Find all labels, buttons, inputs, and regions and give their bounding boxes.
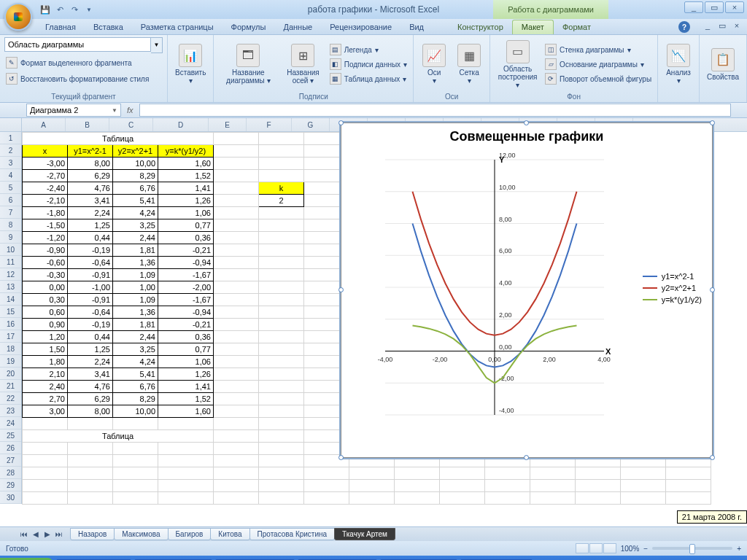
tab-nav-next[interactable]: ▶ (42, 530, 53, 538)
tab-review[interactable]: Рецензирование (321, 20, 400, 34)
zoom-in[interactable]: + (737, 545, 741, 553)
mdi-close[interactable]: × (731, 20, 743, 31)
svg-text:8,00: 8,00 (499, 216, 512, 223)
svg-text:4,00: 4,00 (499, 279, 512, 287)
view-layout[interactable] (589, 543, 603, 553)
tab-nav-first[interactable]: ⏮ (19, 530, 29, 538)
gridlines-button[interactable]: ▦Сетка▾ (453, 42, 485, 86)
sheet-tab[interactable]: Протасова Кристина (249, 528, 336, 540)
plot-area-button[interactable]: ▭Область построения ▾ (495, 39, 541, 90)
chart-wall-button[interactable]: ◫Стенка диаграммы ▾ (543, 43, 653, 56)
chart-title-button[interactable]: 🗔Название диаграммы ▾ (218, 42, 278, 86)
reset-style-button[interactable]: ↺Восстановить форматирование стиля (4, 72, 163, 85)
svg-text:2,00: 2,00 (543, 356, 556, 363)
fx-icon[interactable]: fx (127, 106, 133, 114)
name-box[interactable]: Диаграмма 2▼ (26, 104, 121, 117)
view-normal[interactable] (576, 543, 589, 553)
sheet-tab[interactable]: Максимова (114, 528, 168, 540)
sheet-tab[interactable]: Багиров (168, 528, 212, 540)
svg-text:-4,00: -4,00 (378, 356, 393, 363)
chart-floor-button[interactable]: ▱Основание диаграммы ▾ (543, 58, 653, 71)
select-all-corner[interactable] (0, 118, 22, 132)
svg-text:0,00: 0,00 (499, 343, 512, 351)
sheet-tab[interactable]: Назаров (70, 528, 115, 540)
axis-titles-button[interactable]: ⊞Названия осей ▾ (281, 42, 325, 86)
data-table-button[interactable]: ▦Таблица данных ▾ (328, 72, 409, 85)
chart-title[interactable]: Совмещенные графики (341, 129, 712, 144)
close-button[interactable]: × (725, 1, 744, 13)
mdi-minimize[interactable]: _ (702, 20, 713, 31)
chart-element-selector[interactable] (4, 37, 151, 52)
save-icon[interactable]: 💾 (39, 4, 51, 15)
sheet-tab[interactable]: Ткачук Артем (334, 528, 395, 540)
redo-icon[interactable]: ↷ (69, 4, 80, 15)
format-selection-button[interactable]: ✎Формат выделенного фрагмента (4, 56, 163, 69)
axes-button[interactable]: 📈Оси▾ (418, 42, 450, 86)
svg-text:10,00: 10,00 (499, 184, 516, 191)
qat-dropdown-icon[interactable]: ▼ (83, 4, 95, 15)
svg-text:X: X (605, 347, 611, 356)
group-background: Фон (495, 91, 653, 102)
group-labels: Подписи (218, 91, 409, 102)
status-ready: Готово (6, 545, 28, 553)
formula-bar[interactable] (139, 104, 731, 117)
chart-legend[interactable]: y1=x^2-1y2=x^2+1y=k*(y1/y2) (643, 269, 702, 307)
tab-page-layout[interactable]: Разметка страницы (132, 20, 222, 34)
insert-button[interactable]: 📊Вставить▾ (172, 42, 209, 86)
tab-nav-last[interactable]: ⏭ (54, 530, 64, 538)
tab-nav-prev[interactable]: ◀ (31, 530, 41, 538)
contextual-tab-label: Работа с диаграммами (493, 0, 608, 19)
tab-design[interactable]: Конструктор (449, 20, 512, 34)
zoom-out[interactable]: − (643, 545, 648, 553)
svg-text:-2,00: -2,00 (433, 356, 448, 363)
zoom-level[interactable]: 100% (621, 545, 640, 553)
group-current-selection: Текущий фрагмент (4, 91, 163, 102)
row-headers[interactable]: 1234567891011121314151617181920212223242… (0, 132, 22, 504)
quick-access-toolbar: 💾 ↶ ↷ ▼ (39, 4, 95, 15)
tray-date-tooltip: 21 марта 2008 г. (677, 510, 747, 524)
svg-text:6,00: 6,00 (499, 247, 512, 254)
office-button[interactable] (4, 3, 32, 31)
view-pagebreak[interactable] (603, 543, 616, 553)
svg-text:-4,00: -4,00 (499, 407, 514, 414)
window-title: работа графики - Microsoft Excel (0, 4, 747, 15)
analysis-button[interactable]: 📉Анализ▾ (662, 42, 694, 86)
group-axes: Оси (418, 91, 485, 102)
sheet-tab[interactable]: Китова (210, 528, 249, 540)
tab-view[interactable]: Вид (400, 20, 433, 34)
tab-data[interactable]: Данные (274, 20, 321, 34)
svg-text:2,00: 2,00 (499, 311, 512, 319)
plot-area[interactable]: -4,00-2,000,002,004,006,008,0010,0012,00… (356, 152, 611, 437)
embedded-chart[interactable]: Совмещенные графики -4,00-2,000,002,004,… (341, 122, 713, 458)
tab-format[interactable]: Формат (554, 20, 600, 34)
svg-text:Y: Y (499, 155, 505, 164)
undo-icon[interactable]: ↶ (54, 4, 66, 15)
help-icon[interactable]: ? (678, 21, 690, 33)
tab-formulas[interactable]: Формулы (222, 20, 275, 34)
zoom-slider[interactable] (652, 547, 732, 550)
mdi-restore[interactable]: ▭ (716, 20, 728, 31)
tab-layout[interactable]: Макет (512, 20, 554, 34)
svg-text:4,00: 4,00 (597, 356, 611, 363)
legend-button[interactable]: ▤Легенда ▾ (328, 43, 409, 56)
tab-home[interactable]: Главная (36, 20, 85, 34)
properties-button[interactable]: 📋Свойства (704, 47, 742, 82)
tab-insert[interactable]: Вставка (85, 20, 132, 34)
minimize-button[interactable]: _ (684, 1, 703, 13)
restore-button[interactable]: ▭ (705, 1, 724, 13)
rotation-button[interactable]: ⟳Поворот объемной фигуры (543, 72, 653, 85)
data-labels-button[interactable]: ◧Подписи данных ▾ (328, 58, 409, 71)
